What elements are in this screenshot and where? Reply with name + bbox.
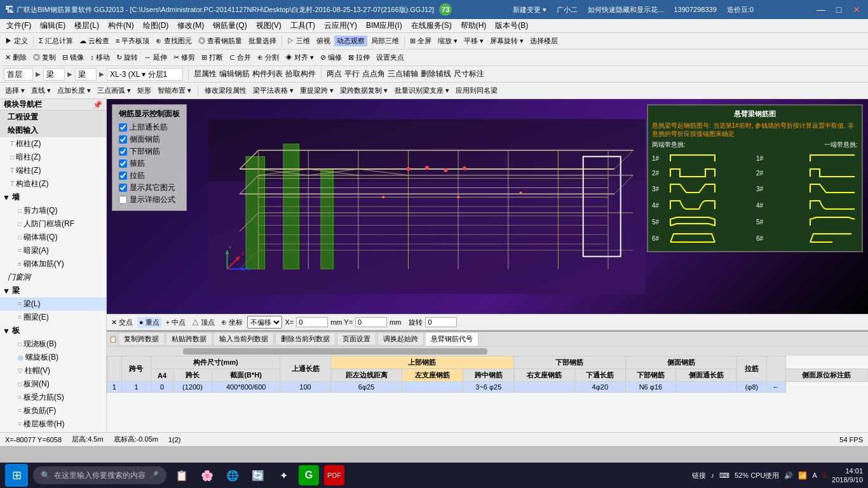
btn-view-rebar[interactable]: ◎ 查看钢筋量 xyxy=(196,36,245,46)
sidebar-group-beam[interactable]: ▼ 梁 xyxy=(0,284,106,297)
close-button[interactable]: ✕ xyxy=(850,3,863,16)
sidebar-item-slab-hole[interactable]: □ 板洞(N) xyxy=(0,377,106,391)
btn-3d[interactable]: ▷ 三维 xyxy=(285,36,313,46)
y-input[interactable] xyxy=(355,317,387,327)
start-button[interactable]: ⊞ xyxy=(5,464,28,487)
check-tie[interactable]: 拉筋 xyxy=(119,170,180,181)
tab-del-col[interactable]: 删除当前列数据 xyxy=(275,332,336,346)
snap-midpoint[interactable]: ● 重点 xyxy=(137,317,161,328)
btn-align-top[interactable]: ≡ 平齐板顶 xyxy=(113,36,152,46)
sidebar-item-draw-input[interactable]: 绘图输入 xyxy=(0,124,106,137)
btn-align[interactable]: ◈ 对齐 ▾ xyxy=(283,52,316,63)
menu-bim[interactable]: BIM应用(I) xyxy=(362,19,406,32)
btn-edit-shape[interactable]: ⊘ 编修 xyxy=(318,52,344,63)
btn-parallel[interactable]: 平行 xyxy=(344,69,360,79)
maximize-button[interactable]: □ xyxy=(832,3,845,16)
btn-point-length[interactable]: 点加长度 ▾ xyxy=(55,85,93,96)
sidebar-item-hidden-beam[interactable]: = 暗梁(A) xyxy=(0,244,106,257)
menu-cloud[interactable]: 云应用(Y) xyxy=(320,19,361,32)
menu-help[interactable]: 帮助(H) xyxy=(457,19,491,32)
check-stirrup[interactable]: 箍筋 xyxy=(119,158,180,169)
type2-select[interactable]: 梁 xyxy=(75,68,97,81)
btn-select-floor[interactable]: 选择楼层 xyxy=(527,36,560,46)
btn-3pt-arc[interactable]: 三点画弧 ▾ xyxy=(95,85,133,96)
sidebar-item-frame-col[interactable]: T 框柱(Z) xyxy=(0,137,106,151)
btn-split[interactable]: ⊕ 分割 xyxy=(255,52,281,63)
x-input[interactable] xyxy=(296,317,328,327)
btn-calculate[interactable]: Σ 汇总计算 xyxy=(36,36,76,46)
sidebar-item-masonry-rebar[interactable]: ≡ 砌体加筋(Y) xyxy=(0,257,106,271)
cell-mid-rebar[interactable]: 3~6 φ25 xyxy=(463,382,514,393)
menu-online[interactable]: 在线服务(S) xyxy=(407,19,456,32)
tray-ime2[interactable]: S xyxy=(822,471,827,479)
btn-edit-rebar[interactable]: 编辑钢筋 xyxy=(219,69,250,79)
btn-screen-rotate[interactable]: 屏幕旋转 ▾ xyxy=(487,36,526,46)
tab-paste-span[interactable]: 粘贴跨数据 xyxy=(166,332,212,346)
menu-modify[interactable]: 修改(M) xyxy=(173,19,208,32)
btn-dynamic-view[interactable]: 动态观察 xyxy=(334,36,367,46)
offset-select[interactable]: 不偏移 xyxy=(247,316,282,329)
sidebar-item-col-cap[interactable]: ▽ 柱帽(V) xyxy=(0,364,106,377)
sidebar-item-slab-tension[interactable]: = 板受力筋(S) xyxy=(0,391,106,404)
cell-side-note[interactable]: (φ8) xyxy=(737,382,767,393)
menu-draw[interactable]: 绘图(D) xyxy=(139,19,173,32)
menu-rebar-qty[interactable]: 钢筋量(Q) xyxy=(209,19,250,32)
search-bar[interactable]: 🔍 在这里输入你要搜索的内容 🎤 xyxy=(33,466,166,484)
menu-element[interactable]: 构件(N) xyxy=(104,19,138,32)
tab-cantilever-code[interactable]: 悬臂钢筋代号 xyxy=(425,332,478,346)
taskbar-icon-edge[interactable]: 🌐 xyxy=(222,465,243,485)
btn-rotate[interactable]: ↻ 旋转 xyxy=(114,52,140,63)
menu-edit[interactable]: 编辑(E) xyxy=(36,19,69,32)
btn-delete[interactable]: ✕ 删除 xyxy=(3,52,29,63)
sidebar-item-shear-wall[interactable]: □ 剪力墙(Q) xyxy=(0,204,106,217)
right-info-login[interactable]: 造价豆:0 xyxy=(727,5,754,15)
btn-dim-mark[interactable]: 尺寸标注 xyxy=(454,69,484,79)
snap-center[interactable]: + 中点 xyxy=(164,317,187,328)
btn-batch-identify[interactable]: 批量识别梁支座 ▾ xyxy=(392,85,452,96)
snap-coord[interactable]: ⊕ 坐标 xyxy=(219,317,245,328)
sidebar-item-floor-belt[interactable]: = 楼层板带(H) xyxy=(0,417,106,431)
check-bot-rebar[interactable]: 下部钢筋 xyxy=(119,146,180,157)
btn-extend[interactable]: ↔ 延伸 xyxy=(142,52,170,63)
tab-page-setup[interactable]: 页面设置 xyxy=(337,332,376,346)
time-display[interactable]: 14:01 2018/9/10 xyxy=(832,466,863,485)
cell-bot-bar[interactable]: N6 φ16 xyxy=(625,382,676,393)
menu-floor[interactable]: 楼层(L) xyxy=(71,19,103,32)
btn-find-element[interactable]: ⊕ 查找图元 xyxy=(153,36,194,46)
tab-input-col[interactable]: 输入当前列数据 xyxy=(214,332,274,346)
btn-cloud-check[interactable]: ☁ 云检查 xyxy=(77,36,112,46)
table-row[interactable]: 1 1 0 (1200) 400*800/600 100 6φ25 3~6 φ2… xyxy=(107,382,868,393)
btn-define[interactable]: ▶ 定义 xyxy=(3,36,31,46)
scrollbar-thumb[interactable] xyxy=(183,348,487,355)
btn-zoom[interactable]: 缩放 ▾ xyxy=(435,36,460,46)
data-table[interactable]: 跨号 构件尺寸(mm) 上通长筋 上部钢筋 下部钢筋 侧面钢筋 拉筋 A4 跨长 xyxy=(107,356,868,432)
check-top-long[interactable]: 上部通长筋 xyxy=(119,122,180,133)
btn-pan[interactable]: 平移 ▾ xyxy=(461,36,486,46)
btn-stretch[interactable]: ⊠ 拉伸 xyxy=(346,52,372,63)
btn-modify-seg-prop[interactable]: 修改梁段属性 xyxy=(202,85,249,96)
sidebar-item-project-settings[interactable]: 工程设置 xyxy=(0,111,106,124)
sidebar-item-slab-neg[interactable]: = 板负筋(F) xyxy=(0,404,106,417)
btn-move[interactable]: ↕ 移动 xyxy=(88,52,112,63)
sidebar-group-slab[interactable]: ▼ 板 xyxy=(0,324,106,337)
btn-copy[interactable]: ◎ 复制 xyxy=(31,52,58,63)
sidebar-item-civil-defense-wall[interactable]: □ 人防门框墙(RF xyxy=(0,217,106,231)
minimize-button[interactable]: — xyxy=(815,3,827,16)
btn-beam-table[interactable]: 梁平法表格 ▾ xyxy=(250,85,296,96)
hb-row-1[interactable]: 1# 1# xyxy=(652,152,858,165)
hb-row-2[interactable]: 2# 2# xyxy=(652,166,858,180)
tab-copy-span[interactable]: 复制跨数据 xyxy=(118,332,165,346)
cell-bot-long[interactable]: 4φ20 xyxy=(575,382,626,393)
sidebar-item-door-window[interactable]: 门窗洞 xyxy=(0,271,106,284)
tab-swap-start[interactable]: 调换起始跨 xyxy=(377,332,424,346)
tray-music[interactable]: ♪ xyxy=(711,471,715,479)
sidebar-item-cast-slab[interactable]: □ 现浇板(B) xyxy=(0,337,106,351)
btn-set-grip[interactable]: 设置夹点 xyxy=(374,52,407,63)
menu-view[interactable]: 视图(V) xyxy=(252,19,285,32)
hb-row-4[interactable]: 4# 4# xyxy=(652,198,858,213)
snap-intersection[interactable]: ✕ 交点 xyxy=(109,317,135,328)
hb-row-6[interactable]: 6# 6# xyxy=(652,231,858,246)
sidebar-group-wall[interactable]: ▼ 墙 xyxy=(0,191,106,204)
cell-left-seat[interactable] xyxy=(402,382,463,393)
check-detail-formula[interactable]: 显示详细公式 xyxy=(119,194,180,205)
